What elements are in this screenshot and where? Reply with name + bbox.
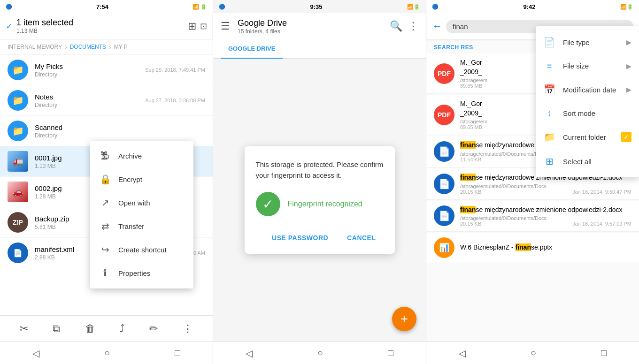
ppt-icon: 📊	[434, 237, 454, 258]
file-info: Notes Directory	[35, 93, 135, 108]
home-nav-icon[interactable]: ○	[104, 348, 110, 358]
cancel-button[interactable]: CANCEL	[339, 229, 383, 246]
doc-icon-2: 📄	[434, 174, 454, 194]
panel-google-drive: 🔵 9:35 📶🔋 ☰ Google Drive 15 folders, 4 f…	[213, 0, 426, 364]
file-date: Jan 18, 2014, 9:57:09 PM	[572, 221, 631, 227]
back-nav-icon-2[interactable]: ◁	[246, 348, 253, 359]
file-info: W.6 BiznesplanZ - finanse.pptx	[460, 243, 631, 252]
more-vert-icon[interactable]: ⋮	[408, 20, 418, 32]
image-thumbnail: 🚗	[8, 182, 28, 202]
edit-icon[interactable]: ✏	[149, 323, 158, 335]
p2-content: This storage is protected. Please confir…	[213, 59, 426, 341]
p2-title-area: Google Drive 15 folders, 4 files	[238, 18, 382, 35]
file-name: finanse międzynarodowe zmienione odpowie…	[460, 205, 631, 215]
menu-item-archive[interactable]: 🗜 Archive	[90, 144, 193, 167]
select-all-icon[interactable]: ⊡	[200, 21, 207, 31]
file-type-icon: 📄	[543, 37, 555, 48]
highlight-text: finan	[460, 174, 476, 181]
check-icon-yellow: ✓	[621, 132, 631, 142]
status-icons-left: 🔵	[6, 4, 12, 10]
select-grid-icon[interactable]: ⊞	[188, 20, 196, 32]
pdf-icon: PDF	[434, 63, 454, 84]
breadcrumb-1: INTERNAL MEMORY › DOCUMENTS › MY P	[0, 39, 213, 55]
panel-file-manager: 🔵 7:54 📶🔋 ✓ 1 item selected 1.13 MB ⊞ ⊡ …	[0, 0, 213, 364]
file-size: 20.15 KB	[460, 189, 481, 195]
dd-label-select-all: Select all	[563, 158, 631, 166]
filter-dropdown-menu: 📄 File type ▶ ≡ File size ▶ 📅 Modificati…	[536, 26, 639, 177]
menu-item-transfer[interactable]: ⇄ Transfer	[90, 214, 193, 238]
menu-item-encrypt[interactable]: 🔒 Encrypt	[90, 167, 193, 191]
highlight-text: finan	[516, 243, 531, 251]
xml-icon: 📄	[8, 243, 28, 263]
list-item[interactable]: 📁 Notes Directory Aug 27, 2018, 3:36:08 …	[0, 85, 213, 116]
search-icon[interactable]: 🔍	[390, 20, 402, 32]
use-password-button[interactable]: USE PASSWORD	[264, 229, 336, 246]
recents-nav-icon[interactable]: □	[175, 348, 180, 358]
file-size: 20.15 KB	[460, 221, 481, 227]
arrow-right-icon: ▶	[626, 38, 631, 46]
list-item[interactable]: 📊 W.6 BiznesplanZ - finanse.pptx	[426, 233, 639, 263]
breadcrumb-root[interactable]: INTERNAL MEMORY	[8, 44, 62, 50]
menu-item-properties[interactable]: ℹ Properties	[90, 261, 193, 285]
back-nav-icon[interactable]: ◁	[32, 348, 39, 359]
archive-icon: 🗜	[100, 151, 111, 161]
menu-item-open-with[interactable]: ↗ Open with	[90, 191, 193, 214]
file-size-icon: ≡	[543, 61, 555, 71]
info-icon: ℹ	[100, 267, 111, 279]
cut-icon[interactable]: ✂	[20, 323, 28, 335]
open-with-icon: ↗	[100, 197, 111, 208]
more-icon[interactable]: ⋮	[183, 323, 193, 335]
delete-icon[interactable]: 🗑	[85, 323, 95, 335]
recents-nav-icon-2[interactable]: □	[388, 348, 393, 358]
dialog-fingerprint-area: ✓ Fingerprint recognized	[256, 192, 384, 216]
back-nav-icon-3[interactable]: ◁	[459, 348, 466, 359]
shortcut-icon: ↪	[100, 244, 111, 255]
folder-icon: 📁	[8, 90, 28, 111]
highlight-text: finan	[460, 141, 476, 149]
fab-button[interactable]: +	[392, 307, 416, 331]
breadcrumb-active[interactable]: DOCUMENTS	[70, 44, 106, 50]
bottom-toolbar-1: ✂ ⧉ 🗑 ⤴ ✏ ⋮	[0, 315, 213, 341]
home-nav-icon-2[interactable]: ○	[317, 348, 323, 358]
tab-google-drive[interactable]: GOOGLE DRIVE	[221, 39, 283, 59]
dd-label-mod-date: Modification date	[563, 86, 619, 94]
dd-item-sort-mode[interactable]: ↕ Sort mode	[536, 102, 639, 125]
dd-item-current-folder[interactable]: 📁 Current folder ✓	[536, 125, 639, 149]
back-icon[interactable]: ←	[432, 20, 442, 32]
dd-item-select-all[interactable]: ⊞ Select all	[536, 149, 639, 174]
dd-label-current-folder: Current folder	[563, 133, 614, 141]
file-date: Jan 18, 2014, 9:50:47 PM	[572, 189, 631, 195]
toolbar-1: ✓ 1 item selected 1.13 MB ⊞ ⊡	[0, 13, 213, 39]
p2-subtitle: 15 folders, 4 files	[238, 28, 382, 35]
status-bar-2: 🔵 9:35 📶🔋	[213, 0, 426, 13]
nav-bar-1: ◁ ○ □	[0, 341, 213, 364]
list-item[interactable]: 📄 finanse międzynarodowe zmienione odpow…	[426, 201, 639, 232]
image-thumbnail: 🚛	[8, 151, 28, 172]
share-icon[interactable]: ⤴	[120, 323, 125, 335]
copy-icon[interactable]: ⧉	[53, 323, 60, 335]
menu-label-transfer: Transfer	[118, 222, 144, 230]
menu-item-create-shortcut[interactable]: ↪ Create shortcut	[90, 238, 193, 261]
file-size: 11.54 KB	[460, 157, 481, 162]
status-time-1: 7:54	[96, 3, 108, 10]
folder-icon: 📁	[8, 60, 28, 80]
lock-icon: 🔒	[100, 174, 111, 185]
arrow-right-icon-3: ▶	[626, 86, 631, 93]
dd-item-file-type[interactable]: 📄 File type ▶	[536, 30, 639, 54]
dd-item-mod-date[interactable]: 📅 Modification date ▶	[536, 77, 639, 102]
dd-label-file-type: File type	[563, 38, 619, 46]
recents-nav-icon-3[interactable]: □	[601, 348, 607, 358]
dd-item-file-size[interactable]: ≡ File size ▶	[536, 54, 639, 77]
file-info: finanse międzynarodowe zmienione odpowie…	[460, 205, 631, 227]
fingerprint-dialog: This storage is protected. Please confir…	[245, 146, 395, 254]
file-type: Directory	[35, 102, 135, 108]
home-nav-icon-3[interactable]: ○	[531, 348, 536, 358]
dd-label-sort-mode: Sort mode	[563, 109, 631, 117]
file-name: My Picks	[35, 62, 135, 70]
list-item[interactable]: 📁 My Picks Directory Sep 29, 2018, 7:49:…	[0, 55, 213, 85]
check-icon: ✓	[6, 21, 13, 31]
file-name: Scanned	[35, 123, 195, 131]
menu-label-archive: Archive	[118, 152, 142, 160]
hamburger-icon[interactable]: ☰	[221, 20, 230, 32]
p2-status-icons-left: 🔵	[219, 4, 225, 10]
